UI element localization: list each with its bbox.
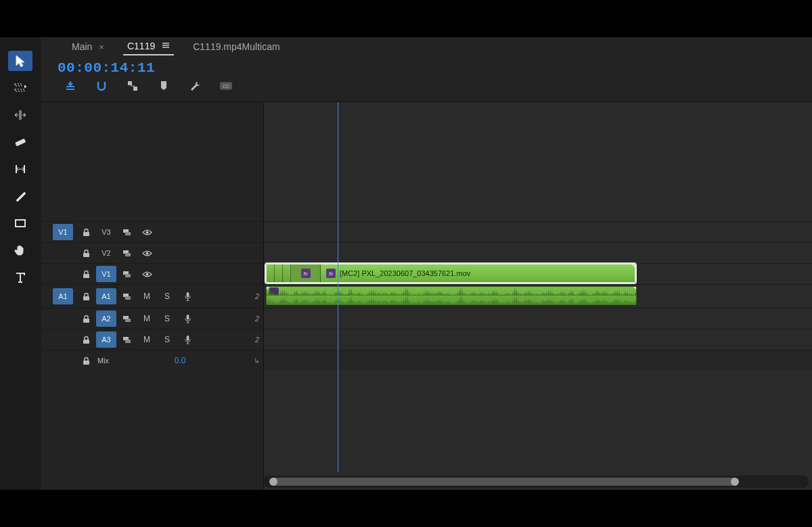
lane-mix[interactable] (264, 350, 812, 371)
svg-rect-33 (186, 335, 189, 340)
sync-lock-icon[interactable] (116, 248, 137, 258)
lock-icon[interactable] (76, 227, 96, 237)
tab-label: C1119.mp4Multicam (193, 41, 279, 52)
mic-icon[interactable] (177, 335, 198, 345)
playhead-timecode[interactable]: 00:00:14:11 (58, 60, 257, 76)
mute-button[interactable]: M (137, 314, 157, 323)
track-target-a3[interactable]: A3 (96, 331, 116, 348)
track-select-tool[interactable] (8, 78, 32, 98)
source-patch-v1[interactable]: V1 (53, 224, 73, 240)
lock-icon[interactable] (76, 248, 96, 258)
sync-lock-icon[interactable] (116, 335, 137, 345)
svg-rect-2 (15, 89, 24, 91)
svg-rect-16 (125, 253, 131, 256)
marker-icon[interactable] (158, 80, 170, 92)
wrench-icon[interactable] (189, 80, 201, 92)
solo-button[interactable]: S (157, 335, 177, 344)
tab-c1119[interactable]: C1119 (123, 38, 174, 55)
scrollbar-thumb[interactable] (271, 478, 738, 486)
scrollbar-handle-right[interactable] (731, 478, 739, 486)
lock-icon[interactable] (76, 356, 96, 366)
mute-button[interactable]: M (137, 292, 157, 301)
audio-clip[interactable] (266, 286, 637, 305)
channel-count: 2 (247, 292, 263, 300)
hand-tool[interactable] (8, 240, 32, 260)
clip-main-segment[interactable]: fx [MC2] PXL_20230607_034357621.mov (321, 265, 635, 282)
track-lanes[interactable]: fx fx [MC2] PXL_20230607_034357621.mov (264, 102, 812, 490)
tools-toolbar (0, 37, 41, 490)
slip-tool[interactable] (8, 159, 32, 179)
svg-rect-3 (16, 139, 26, 145)
tab-label: C1119 (127, 41, 155, 51)
clip-segment-fx[interactable]: fx (291, 265, 321, 282)
svg-rect-25 (186, 292, 189, 297)
eye-icon[interactable] (137, 269, 157, 279)
lane-v2[interactable] (264, 242, 812, 263)
sequence-tabs: Main × C1119 C1119.mp4Multicam (41, 37, 812, 56)
track-target-a1[interactable]: A1 (96, 288, 116, 304)
lane-a3[interactable] (264, 329, 812, 350)
mic-icon[interactable] (177, 292, 198, 302)
track-target-v2[interactable]: V2 (96, 245, 116, 261)
rectangle-tool[interactable] (8, 213, 32, 233)
horizontal-scrollbar[interactable] (264, 476, 809, 488)
sync-lock-icon[interactable] (116, 227, 137, 237)
svg-rect-34 (83, 361, 89, 365)
mix-value[interactable]: 0.0 (164, 356, 196, 365)
expand-icon[interactable]: ↳ (250, 357, 263, 365)
tab-main[interactable]: Main × (68, 39, 108, 55)
mix-label: Mix (96, 352, 119, 369)
tab-multicam[interactable]: C1119.mp4Multicam (189, 39, 284, 55)
track-header-v2[interactable]: . V2 (41, 242, 263, 263)
channel-count: 2 (247, 315, 263, 323)
captions-icon[interactable]: CC (220, 80, 232, 92)
solo-button[interactable]: S (157, 292, 177, 301)
svg-rect-12 (125, 232, 131, 235)
track-target-v1[interactable]: V1 (96, 266, 116, 282)
pen-tool[interactable] (8, 186, 32, 206)
type-tool[interactable] (8, 267, 32, 288)
svg-rect-29 (186, 314, 189, 319)
ripple-edit-tool[interactable] (8, 105, 32, 125)
lock-icon[interactable] (76, 314, 96, 324)
sync-lock-icon[interactable] (116, 314, 137, 324)
track-target-v3[interactable]: V3 (96, 224, 116, 240)
lock-icon[interactable] (76, 269, 96, 279)
clip-segment[interactable] (275, 265, 283, 282)
mute-button[interactable]: M (137, 335, 157, 344)
track-header-mix[interactable]: . Mix 0.0 ↳ (41, 350, 263, 371)
insert-mode-icon[interactable] (64, 80, 76, 92)
menu-icon[interactable] (162, 41, 170, 51)
lane-a2[interactable] (264, 308, 812, 329)
track-header-a1[interactable]: A1 A1 M S 2 (41, 284, 263, 308)
timeline-panel: Main × C1119 C1119.mp4Multicam 00:00:14:… (41, 37, 812, 490)
clip-segment[interactable] (283, 265, 291, 282)
snap-icon[interactable] (95, 80, 108, 92)
sync-lock-icon[interactable] (116, 292, 137, 302)
track-target-a2[interactable]: A2 (96, 311, 116, 327)
svg-rect-24 (125, 296, 131, 300)
razor-tool[interactable] (8, 132, 32, 152)
lock-icon[interactable] (76, 335, 96, 345)
lane-v3[interactable] (264, 221, 812, 242)
selection-tool[interactable] (8, 51, 32, 71)
close-icon[interactable]: × (99, 42, 104, 52)
source-patch-a1[interactable]: A1 (53, 288, 73, 304)
eye-icon[interactable] (137, 227, 157, 237)
mic-icon[interactable] (177, 314, 198, 324)
clip-segment[interactable] (267, 265, 275, 282)
linked-selection-icon[interactable] (127, 80, 139, 92)
video-clip[interactable]: fx fx [MC2] PXL_20230607_034357621.mov (266, 264, 635, 283)
track-header-a3[interactable]: . A3 M S 2 (41, 329, 263, 350)
track-header-v3[interactable]: V1 V3 (41, 221, 263, 242)
eye-icon[interactable] (137, 248, 157, 258)
scrollbar-handle-left[interactable] (269, 478, 277, 486)
lock-icon[interactable] (76, 292, 96, 302)
track-header-a2[interactable]: . A2 M S 2 (41, 308, 263, 329)
sync-lock-icon[interactable] (116, 269, 137, 279)
fx-icon: fx (326, 269, 336, 278)
tracks-area: V1 V3 . V2 . V1 (41, 102, 812, 490)
track-header-v1[interactable]: . V1 (41, 263, 263, 284)
solo-button[interactable]: S (157, 314, 177, 323)
playhead-line[interactable] (338, 102, 338, 472)
